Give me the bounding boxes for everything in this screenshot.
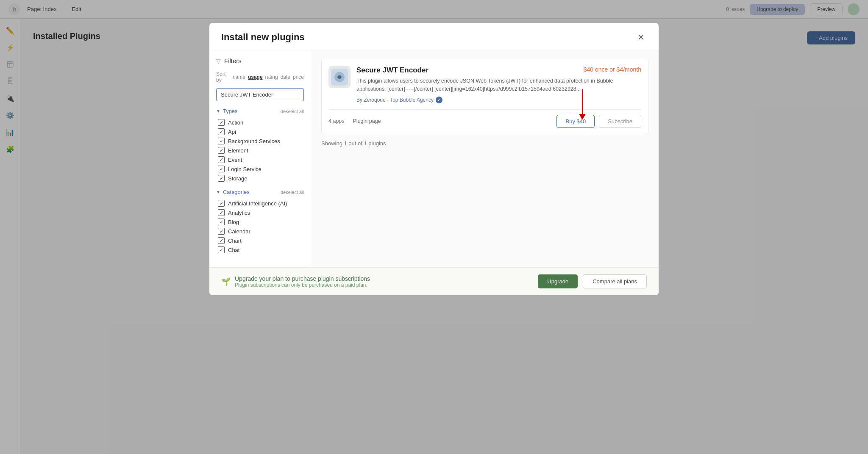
sort-rating[interactable]: rating: [265, 74, 278, 80]
sort-date[interactable]: date: [281, 74, 290, 80]
footer-upgrade-button[interactable]: Upgrade: [538, 274, 578, 288]
checkbox-storage[interactable]: [218, 175, 225, 182]
checkbox-chat[interactable]: [218, 246, 225, 253]
filter-label-storage: Storage: [228, 175, 248, 182]
categories-section-header: ▼ Categories deselect all: [216, 189, 304, 195]
plugin-card-bottom: 4 apps Plugin page Buy $40 Subscribe: [328, 109, 641, 128]
checkbox-background-services[interactable]: [218, 138, 225, 144]
types-label: Types: [223, 108, 238, 114]
footer-text-group: 🌱 Upgrade your plan to purchase plugin s…: [221, 275, 370, 288]
svg-point-5: [338, 75, 341, 79]
filter-panel: ▽ Filters Sort by name usage rating date…: [209, 50, 311, 267]
filter-label-background-services: Background Services: [228, 138, 280, 144]
plugin-panel: Secure JWT Encoder $40 once or $4/month …: [311, 50, 659, 267]
plugin-name-row: Secure JWT Encoder $40 once or $4/month: [356, 66, 641, 75]
filter-item-action[interactable]: Action: [216, 118, 304, 127]
filter-label-chat: Chat: [228, 247, 239, 253]
checkbox-element[interactable]: [218, 147, 225, 154]
modal-header: Install new plugins ✕: [209, 23, 659, 50]
plugin-info: Secure JWT Encoder $40 once or $4/month …: [356, 66, 641, 103]
plugin-description: This plugin allows users to securely enc…: [356, 77, 641, 93]
filter-item-background-services[interactable]: Background Services: [216, 136, 304, 146]
types-section: ▼ Types deselect all Action Api: [216, 108, 304, 183]
sort-name[interactable]: name: [233, 74, 245, 80]
sort-usage[interactable]: usage: [248, 74, 263, 80]
modal-body: ▽ Filters Sort by name usage rating date…: [209, 50, 659, 267]
checkbox-analytics[interactable]: [218, 209, 225, 216]
compare-plans-button[interactable]: Compare all plans: [583, 274, 647, 288]
filter-item-storage[interactable]: Storage: [216, 174, 304, 183]
apps-count: 4 apps: [328, 118, 345, 124]
filter-label-ai: Artificial Intelligence (AI): [228, 200, 287, 207]
subscribe-button[interactable]: Subscribe: [599, 115, 641, 128]
checkbox-chart[interactable]: [218, 237, 225, 244]
filter-label-element: Element: [228, 147, 248, 154]
filter-label-api: Api: [228, 129, 236, 135]
sort-row: Sort by name usage rating date price: [216, 71, 304, 83]
modal-footer: 🌱 Upgrade your plan to purchase plugin s…: [209, 267, 659, 295]
filter-label-login-service: Login Service: [228, 166, 262, 172]
verified-badge: ✓: [436, 97, 442, 103]
checkbox-login-service[interactable]: [218, 166, 225, 172]
categories-label: Categories: [223, 189, 250, 195]
plugin-meta: 4 apps Plugin page: [328, 118, 381, 124]
plugin-card: Secure JWT Encoder $40 once or $4/month …: [321, 59, 648, 135]
buy-button[interactable]: Buy $40: [556, 115, 595, 128]
filter-item-login-service[interactable]: Login Service: [216, 164, 304, 174]
footer-text-block: Upgrade your plan to purchase plugin sub…: [235, 275, 370, 288]
plugin-actions: Buy $40 Subscribe: [556, 115, 641, 128]
checkbox-event[interactable]: [218, 156, 225, 163]
plugin-author: By Zeroqode - Top Bubble Agency ✓: [356, 97, 641, 103]
filter-label-blog: Blog: [228, 219, 239, 225]
checkbox-blog[interactable]: [218, 219, 225, 225]
types-chevron: ▼: [216, 109, 220, 114]
categories-title[interactable]: ▼ Categories: [216, 189, 250, 195]
filter-item-calendar[interactable]: Calendar: [216, 227, 304, 236]
sort-price[interactable]: price: [293, 74, 304, 80]
footer-icon: 🌱: [221, 277, 231, 286]
filter-label-calendar: Calendar: [228, 228, 250, 235]
filter-header: ▽ Filters: [216, 57, 304, 64]
filter-item-analytics[interactable]: Analytics: [216, 208, 304, 217]
plugin-logo: [328, 66, 351, 88]
plugin-card-top: Secure JWT Encoder $40 once or $4/month …: [328, 66, 641, 103]
types-deselect-all[interactable]: deselect all: [281, 109, 304, 114]
filter-item-element[interactable]: Element: [216, 146, 304, 155]
categories-deselect-all[interactable]: deselect all: [281, 190, 304, 195]
author-text: By Zeroqode - Top Bubble Agency: [356, 97, 434, 102]
filter-item-event[interactable]: Event: [216, 155, 304, 164]
filter-label-event: Event: [228, 157, 242, 163]
search-input[interactable]: [216, 88, 304, 101]
types-section-header: ▼ Types deselect all: [216, 108, 304, 114]
filter-item-blog[interactable]: Blog: [216, 217, 304, 227]
categories-section: ▼ Categories deselect all Artificial Int…: [216, 189, 304, 255]
checkbox-calendar[interactable]: [218, 228, 225, 235]
modal-overlay: Install new plugins ✕ ▽ Filters Sort by …: [0, 0, 868, 454]
types-title[interactable]: ▼ Types: [216, 108, 238, 114]
plugin-name: Secure JWT Encoder: [356, 66, 428, 75]
filter-label-analytics: Analytics: [228, 210, 250, 216]
filter-item-chart[interactable]: Chart: [216, 236, 304, 245]
modal-title: Install new plugins: [221, 32, 305, 43]
checkbox-api[interactable]: [218, 128, 225, 135]
plugin-page-link[interactable]: Plugin page: [353, 118, 381, 124]
filter-item-api[interactable]: Api: [216, 127, 304, 136]
filter-item-chat[interactable]: Chat: [216, 245, 304, 255]
filter-label-chart: Chart: [228, 238, 242, 244]
checkbox-action[interactable]: [218, 119, 225, 126]
close-button[interactable]: ✕: [635, 31, 647, 43]
filter-icon: ▽: [216, 58, 221, 64]
footer-main-text[interactable]: Upgrade your plan to purchase plugin sub…: [235, 275, 370, 282]
sort-label: Sort by: [216, 71, 230, 83]
filter-header-text: Filters: [224, 57, 242, 64]
plugin-price: $40 once or $4/month: [584, 66, 641, 73]
categories-chevron: ▼: [216, 190, 220, 194]
filter-item-ai[interactable]: Artificial Intelligence (AI): [216, 199, 304, 208]
checkbox-ai[interactable]: [218, 200, 225, 207]
footer-buttons: Upgrade Compare all plans: [538, 274, 647, 288]
footer-sub-text: Plugin subscriptions can only be purchas…: [235, 282, 370, 288]
showing-count: Showing 1 out of 1 plugins: [321, 140, 648, 147]
filter-label-action: Action: [228, 119, 243, 126]
install-plugins-modal: Install new plugins ✕ ▽ Filters Sort by …: [209, 23, 659, 295]
